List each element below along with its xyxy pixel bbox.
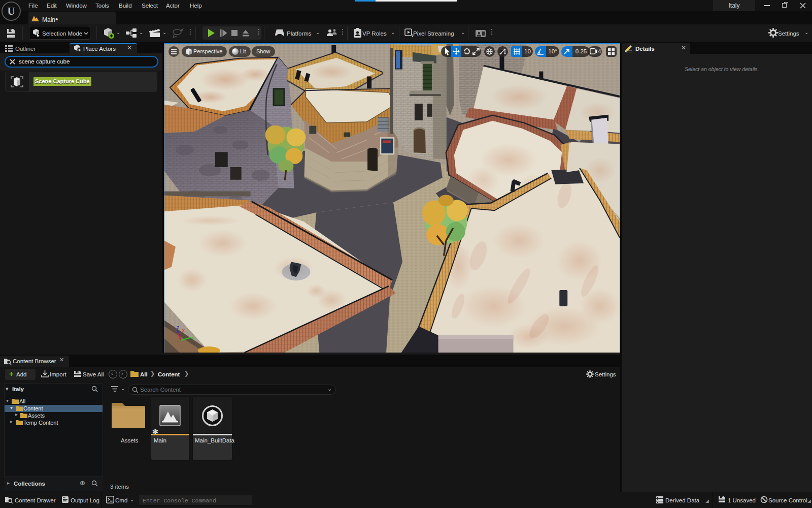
svg-text:*: * bbox=[723, 499, 725, 503]
svg-text:Z: Z bbox=[177, 325, 180, 330]
svg-text:Y: Y bbox=[192, 336, 195, 341]
svg-text:X: X bbox=[182, 328, 185, 333]
svg-text:U: U bbox=[7, 5, 15, 17]
